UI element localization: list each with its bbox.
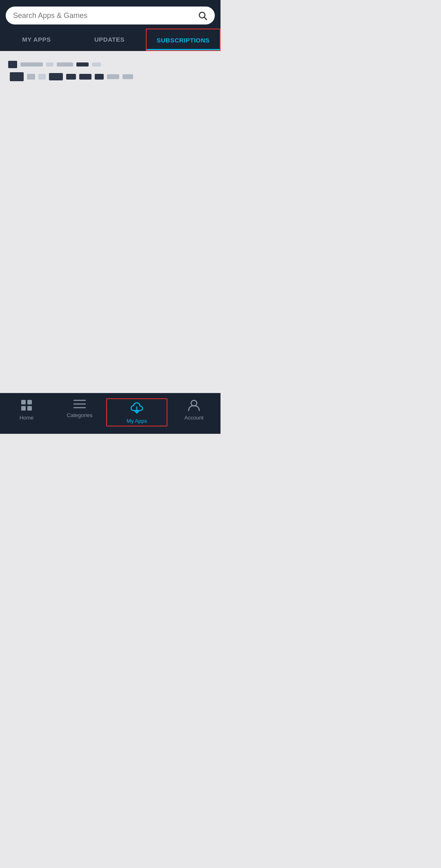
svg-rect-3 [27, 400, 32, 404]
account-icon [187, 398, 201, 412]
redacted-item [10, 72, 24, 81]
redacted-item [122, 74, 133, 79]
redacted-item [49, 73, 63, 80]
svg-rect-4 [21, 406, 26, 411]
svg-rect-2 [21, 400, 26, 404]
redacted-line-2 [10, 72, 214, 81]
nav-label-categories: Categories [67, 412, 93, 418]
redacted-item [38, 74, 46, 80]
redacted-item [107, 74, 119, 79]
search-bar[interactable] [6, 7, 215, 24]
tab-subscriptions[interactable]: SUBSCRIPTIONS [146, 29, 220, 51]
content-area [0, 51, 220, 393]
nav-label-account: Account [185, 415, 204, 421]
tabs-bar: MY APPS UPDATES SUBSCRIPTIONS [0, 29, 220, 51]
svg-rect-5 [27, 406, 32, 411]
redacted-content [7, 59, 214, 81]
tab-updates[interactable]: UPDATES [73, 29, 146, 51]
redacted-item [92, 62, 101, 67]
redacted-item [8, 61, 17, 68]
redacted-item [79, 74, 91, 80]
header [0, 0, 220, 29]
categories-icon [73, 398, 87, 410]
bottom-nav: Home Categories My Apps [0, 393, 220, 434]
redacted-item [46, 62, 53, 67]
redacted-item [66, 74, 76, 80]
redacted-item [27, 74, 35, 80]
myapps-icon [129, 401, 144, 415]
search-input[interactable] [13, 11, 194, 20]
nav-item-my-apps[interactable]: My Apps [106, 398, 167, 426]
nav-item-categories[interactable]: Categories [53, 398, 106, 426]
search-icon [198, 11, 207, 20]
nav-item-account[interactable]: Account [167, 398, 220, 426]
redacted-item [76, 62, 89, 67]
redacted-line-1 [8, 61, 214, 68]
home-icon [20, 398, 33, 412]
redacted-item [95, 74, 104, 80]
tab-my-apps[interactable]: MY APPS [0, 29, 73, 51]
nav-label-my-apps: My Apps [127, 418, 147, 424]
nav-label-home: Home [20, 415, 34, 421]
redacted-item [57, 62, 73, 67]
svg-line-1 [205, 18, 207, 20]
redacted-item [20, 62, 43, 67]
nav-item-home[interactable]: Home [0, 398, 53, 426]
